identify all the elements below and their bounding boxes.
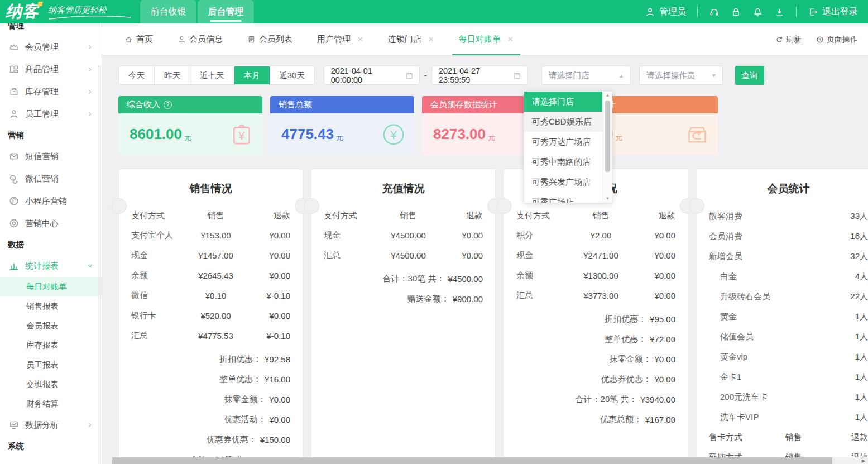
refresh-button[interactable]: 刷新	[775, 35, 802, 45]
sidebar-item-短信营销[interactable]: 短信营销	[0, 145, 102, 168]
stat-card-title: 综合收入?	[118, 96, 262, 113]
sidebar-item-小程序营销[interactable]: 小程序营销	[0, 190, 102, 212]
summary-row: 抹零金额：¥0.00	[504, 349, 688, 369]
sidebar-subitem-会员报表[interactable]: 会员报表	[0, 316, 102, 336]
svg-text:¥: ¥	[390, 128, 397, 142]
store-option-可秀中南路的店[interactable]: 可秀中南路的店	[524, 152, 602, 172]
range-button-昨天[interactable]: 昨天	[155, 66, 190, 84]
clock-icon	[816, 36, 824, 44]
tab-会员列表[interactable]: 会员列表	[247, 23, 292, 55]
chevron-right-icon	[87, 88, 94, 95]
table-row: 汇总¥4500.00¥0.00	[311, 245, 495, 265]
sidebar-subitem-财务结算[interactable]: 财务结算	[0, 394, 102, 414]
app-screen: 纳客 纳客管店更轻松 前台收银后台管理 管理员 退出登录 管理会员管理商品管理库…	[0, 0, 868, 464]
summary-row: 优惠券优惠：¥150.00	[119, 429, 303, 449]
sub-table-header: 售卡方式销售退款	[697, 427, 868, 447]
scroll-up-arrow[interactable]: ▲	[603, 92, 612, 99]
sidebar-subitem-销售报表[interactable]: 销售报表	[0, 296, 102, 316]
support-headset-icon[interactable]	[709, 7, 720, 17]
range-button-近30天[interactable]: 近30天	[270, 66, 314, 84]
stat-row: 黄金1人	[697, 307, 868, 327]
stat-row: 白金4人	[697, 266, 868, 286]
date-separator: -	[424, 70, 427, 80]
sidebar-item-统计报表[interactable]: 统计报表	[0, 255, 102, 277]
scroll-thumb[interactable]	[605, 101, 610, 172]
table-row: 支付宝个人¥153.00¥0.00	[119, 225, 303, 245]
stat-card-body: 4775.43元¥	[270, 113, 414, 155]
sidebar-subitem-库存报表[interactable]: 库存报表	[0, 336, 102, 355]
caret-up-icon: ▲	[618, 73, 624, 79]
sidebar-item-微信营销[interactable]: 微信营销	[0, 168, 102, 190]
page-operations-button[interactable]: 页面操作	[816, 35, 858, 45]
tab-用户管理[interactable]: 用户管理✕	[317, 23, 363, 55]
table-row: 余额¥1300.00¥0.00	[504, 265, 688, 285]
date-to-input[interactable]: 2021-04-27 23:59:59	[431, 66, 527, 85]
sidebar-item-员工管理[interactable]: 员工管理	[0, 103, 102, 125]
range-button-本月[interactable]: 本月	[234, 66, 270, 84]
store-dropdown-list: 请选择门店可秀CBD娱乐店可秀万达广场店可秀中南路的店可秀兴发广场店可秀广场店	[524, 92, 602, 203]
logout-button[interactable]: 退出登录	[808, 6, 858, 18]
summary-row: 优惠总额：¥167.00	[504, 409, 688, 429]
sidebar-subitem-每日对账单[interactable]: 每日对账单	[0, 277, 102, 296]
help-icon[interactable]: ?	[164, 101, 172, 109]
sidebar-subitem-员工报表[interactable]: 员工报表	[0, 355, 102, 375]
date-from-input[interactable]: 2021-04-01 00:00:00	[324, 66, 420, 85]
tab-连锁门店[interactable]: 连锁门店✕	[388, 23, 434, 55]
close-icon[interactable]: ✕	[507, 35, 514, 44]
store-option-可秀万达广场店[interactable]: 可秀万达广场店	[524, 132, 602, 152]
circle-yen-icon: ¥	[381, 122, 406, 147]
sidebar-item-商品管理[interactable]: 商品管理	[0, 58, 102, 80]
stat-row: 会员消费16人	[697, 226, 868, 246]
current-user[interactable]: 管理员	[645, 6, 686, 18]
search-button[interactable]: 查询	[735, 66, 764, 85]
store-select[interactable]: 请选择门店 ▲	[541, 66, 630, 85]
table-row: 汇总¥4775.53¥-0.10	[119, 326, 303, 346]
panel-title: 会员统计	[697, 169, 868, 198]
chevron-down-icon	[87, 262, 94, 270]
range-button-今天[interactable]: 今天	[119, 66, 155, 84]
miniapp-icon	[9, 196, 19, 206]
goods-icon	[9, 64, 19, 74]
mode-tab-0[interactable]: 前台收银	[140, 0, 196, 23]
sidebar-section-label: 数据	[0, 235, 102, 255]
topbar: 纳客 纳客管店更轻松 前台收银后台管理 管理员 退出登录	[0, 0, 868, 23]
tab-会员信息[interactable]: 会员信息	[178, 23, 223, 55]
sidebar-item-营销中心[interactable]: 营销中心	[0, 212, 102, 235]
scroll-down-arrow[interactable]: ▼	[603, 195, 612, 203]
store-option-可秀广场店[interactable]: 可秀广场店	[524, 192, 602, 203]
divider	[796, 7, 797, 17]
sidebar-item-数据分析[interactable]: 数据分析	[0, 414, 102, 436]
stat-card-unit: 元	[488, 133, 495, 143]
notification-bell-icon[interactable]	[752, 7, 763, 17]
topbar-right: 管理员 退出登录	[645, 6, 868, 18]
close-icon[interactable]: ✕	[357, 35, 363, 44]
mail-icon	[9, 151, 19, 161]
user-icon	[645, 7, 655, 17]
download-icon[interactable]	[774, 7, 785, 17]
caret-down-icon: ▼	[711, 73, 717, 79]
store-option-可秀兴发广场店[interactable]: 可秀兴发广场店	[524, 172, 602, 192]
sidebar-item-库存管理[interactable]: 库存管理	[0, 80, 102, 103]
table-row: 余额¥2645.43¥0.00	[119, 265, 303, 285]
monitor-icon	[9, 420, 19, 430]
tab-每日对账单[interactable]: 每日对账单✕	[459, 23, 514, 55]
store-option-请选择门店[interactable]: 请选择门店	[524, 92, 602, 112]
sidebar-item-会员管理[interactable]: 会员管理	[0, 36, 102, 58]
mode-tab-1[interactable]: 后台管理	[198, 0, 254, 23]
operator-select[interactable]: 请选择操作员 ▼	[639, 66, 723, 85]
tab-首页[interactable]: 首页	[124, 23, 153, 55]
close-icon[interactable]: ✕	[428, 35, 434, 44]
range-button-近七天[interactable]: 近七天	[190, 66, 234, 84]
calendar-icon	[513, 71, 521, 80]
stat-card-title: 销售总额	[270, 96, 414, 113]
table-row: 现金¥4500.00¥0.00	[311, 225, 495, 245]
scroll-right-arrow[interactable]: ▶	[859, 457, 868, 464]
stat-card-unit: 元	[616, 133, 623, 143]
summary-row: 优惠活动：¥0.00	[119, 409, 303, 429]
sidebar-subitem-交班报表[interactable]: 交班报表	[0, 375, 102, 394]
horizontal-scroll-thumb[interactable]	[112, 457, 832, 464]
lock-icon[interactable]	[731, 7, 741, 17]
table-row: 银行卡¥520.00¥0.00	[119, 305, 303, 326]
store-option-可秀CBD娱乐店[interactable]: 可秀CBD娱乐店	[524, 112, 602, 132]
stat-card-body: 8601.00元¥	[118, 113, 262, 155]
